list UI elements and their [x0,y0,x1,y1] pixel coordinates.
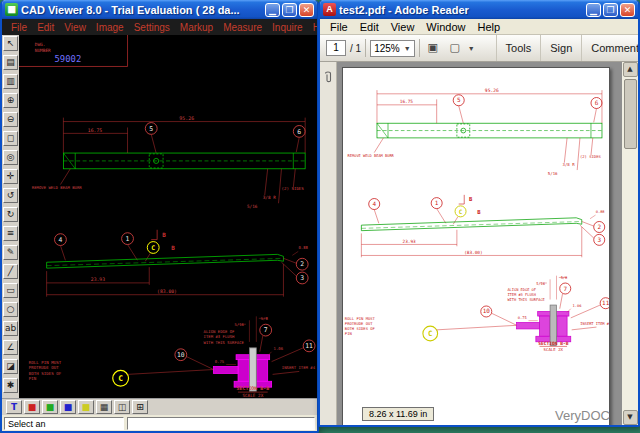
minimize-button[interactable]: ▁ [586,3,601,17]
svg-text:0.88: 0.88 [596,210,605,214]
page-view-icon[interactable]: ▣ [424,39,442,57]
scroll-down-icon[interactable]: ▼ [623,410,638,425]
chevron-down-icon[interactable]: ▼ [468,45,475,52]
cad-canvas[interactable]: DWG.NUMBER5900295.2616.7556REMOVE WELD B… [19,35,317,398]
text-style-button[interactable]: T [6,400,22,414]
rotate-ccw-icon[interactable]: ↺ [3,188,18,203]
svg-text:(83.00): (83.00) [464,250,483,255]
zoom-select[interactable]: 125% ▼ [370,40,415,57]
scroll-up-icon[interactable]: ▲ [623,62,638,77]
svg-text:7: 7 [563,285,567,292]
measure-angle-icon[interactable]: ∠ [3,340,18,355]
layout-button[interactable]: ◫ [114,400,130,414]
menu-item-measure[interactable]: Measure [218,22,267,33]
pdf-side-panel [320,62,337,425]
menu-item-file[interactable]: File [6,22,32,33]
page-total-label: / 1 [350,43,361,54]
select-icon[interactable]: ↖ [3,36,18,51]
page-number-input[interactable]: 1 [326,40,346,56]
open-icon[interactable]: ▤ [3,55,18,70]
grid-button[interactable]: ▦ [96,400,112,414]
svg-text:ROLL PIN MUST: ROLL PIN MUST [29,360,62,365]
svg-text:B: B [171,245,175,251]
zoom-window-icon[interactable]: ◻ [3,131,18,146]
svg-text:C: C [151,244,155,252]
desktop: { "cad_window": { "title": "CAD Viewer 8… [0,0,640,433]
svg-text:1: 1 [435,199,439,206]
zoom-out-icon[interactable]: ⊖ [3,112,18,127]
svg-text:0.75: 0.75 [518,316,527,320]
svg-text:REMOVE WELD BEAM BURR: REMOVE WELD BEAM BURR [348,154,395,158]
menu-item-view[interactable]: View [385,21,421,33]
svg-text:10: 10 [177,351,185,359]
svg-text:DWG.: DWG. [35,42,46,47]
svg-text:5/16: 5/16 [234,322,244,327]
rect-tool-icon[interactable]: ▭ [3,283,18,298]
menu-item-help[interactable]: Help [471,21,506,33]
cad-drawing: DWG.NUMBER5900295.2616.7556REMOVE WELD B… [19,35,317,398]
color-blue-swatch[interactable]: ■ [60,400,76,414]
close-button[interactable]: ✕ [299,3,314,17]
svg-text:5/16: 5/16 [247,204,258,209]
document-area[interactable]: 95.2616.7556REMOVE WELD BEAM BURR3/8 R5/… [337,62,622,425]
color-red-swatch[interactable]: ■ [24,400,40,414]
svg-text:6: 6 [595,99,599,106]
color-yellow-swatch[interactable]: ■ [78,400,94,414]
color-green-swatch[interactable]: ■ [42,400,58,414]
scroll-mode-icon[interactable]: ▢ [446,39,464,57]
zoom-in-icon[interactable]: ⊕ [3,93,18,108]
pdf-titlebar[interactable]: A test2.pdf - Adobe Reader ▁ ❐ ✕ [320,0,638,19]
scrollbar-thumb[interactable] [624,79,637,149]
tools-button[interactable]: Tools [496,35,541,61]
minimize-button[interactable]: ▁ [265,3,280,17]
svg-text:5/16: 5/16 [536,282,545,286]
pdf-app-icon: A [323,3,336,16]
menu-item-settings[interactable]: Settings [129,22,175,33]
layers-icon[interactable]: ≡ [3,226,18,241]
menu-item-inquire[interactable]: Inquire [267,22,308,33]
sign-button[interactable]: Sign [540,35,581,61]
settings-icon[interactable]: ✱ [3,378,18,393]
pdf-page[interactable]: 95.2616.7556REMOVE WELD BEAM BURR3/8 R5/… [342,67,610,425]
zoom-extents-icon[interactable]: ◎ [3,150,18,165]
menu-item-markup[interactable]: Markup [175,22,218,33]
close-button[interactable]: ✕ [620,3,635,17]
menu-item-file[interactable]: File [324,21,354,33]
menu-item-image[interactable]: Image [91,22,129,33]
attachment-paperclip-icon[interactable] [322,70,334,84]
rotate-cw-icon[interactable]: ↻ [3,207,18,222]
menu-item-edit[interactable]: Edit [354,21,385,33]
svg-text:2: 2 [597,223,601,230]
svg-text:REMOVE WELD BEAM BURR: REMOVE WELD BEAM BURR [32,185,82,190]
snap-button[interactable]: ⊞ [132,400,148,414]
svg-text:0.75: 0.75 [215,359,225,364]
circle-tool-icon[interactable]: ○ [3,302,18,317]
svg-text:ALIGN EDGE OF: ALIGN EDGE OF [507,288,536,292]
cad-titlebar[interactable]: ▦ CAD Viewer 8.0 - Trial Evaluation ( 28… [2,0,317,19]
comment-button[interactable]: Comment [581,35,638,61]
svg-text:11: 11 [305,342,313,350]
pan-icon[interactable]: ✛ [3,169,18,184]
svg-text:ITEM #3 FLUSH: ITEM #3 FLUSH [507,293,536,297]
maximize-button[interactable]: ❐ [282,3,297,17]
vertical-scrollbar[interactable]: ▲ ▼ [622,62,638,425]
status-message: Select an [4,417,124,430]
svg-text:6: 6 [297,128,301,136]
svg-text:INSERT ITEM #4: INSERT ITEM #4 [282,365,316,370]
line-tool-icon[interactable]: ╱ [3,264,18,279]
verydoc-watermark: VeryDOC [555,408,610,423]
menu-item-edit[interactable]: Edit [32,22,59,33]
cad-menubar: FileEditViewImageSettingsMarkupMeasureIn… [2,19,317,35]
menu-item-view[interactable]: View [59,22,91,33]
print-icon[interactable]: ▥ [3,74,18,89]
svg-text:23.93: 23.93 [91,277,105,282]
text-tool-icon[interactable]: ab [3,321,18,336]
svg-text:ITEM #3 FLUSH: ITEM #3 FLUSH [204,334,235,339]
markup-pen-icon[interactable]: ✎ [3,245,18,260]
svg-text:SCALE 2X: SCALE 2X [242,393,263,398]
maximize-button[interactable]: ❐ [603,3,618,17]
eraser-icon[interactable]: ◪ [3,359,18,374]
menu-item-window[interactable]: Window [420,21,471,33]
svg-text:1.06: 1.06 [274,346,284,351]
svg-text:NUMBER: NUMBER [35,48,51,53]
